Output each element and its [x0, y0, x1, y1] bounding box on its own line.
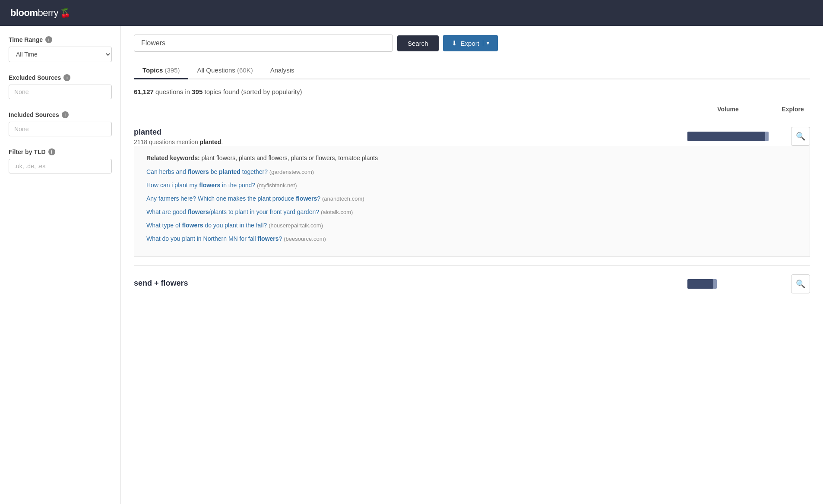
included-sources-label: Included Sources i [9, 111, 112, 118]
tab-topics[interactable]: Topics (395) [134, 62, 188, 79]
tab-bar: Topics (395) All Questions (60K) Analysi… [134, 62, 810, 79]
highlight-flowers-0: flowers [188, 168, 209, 175]
tab-all-questions[interactable]: All Questions (60K) [188, 62, 261, 79]
topic-send-flowers-right: 🔍 [687, 274, 810, 293]
question-link-2[interactable]: Any farmers here? Which one makes the pl… [146, 194, 798, 203]
logo-text: bloomberry [10, 7, 58, 19]
topic-send-flowers-header: send + flowers 🔍 [134, 274, 810, 293]
explore-button-planted[interactable]: 🔍 [791, 127, 810, 146]
search-bar: Search ⬇ Export ▾ [134, 35, 810, 52]
topic-planted-expanded: Related keywords: plant flowers, plants … [134, 146, 810, 257]
app-header: bloomberry 🍒 [0, 0, 823, 26]
page-layout: Time Range i All Time Last 7 Days Last 3… [0, 26, 823, 504]
included-sources-input[interactable] [9, 122, 112, 136]
question-link-1[interactable]: How can i plant my flowers in the pond? … [146, 181, 798, 190]
topic-row-planted: planted 2118 questions mention planted. … [134, 118, 810, 266]
highlight-flowers-3: flowers [188, 208, 209, 215]
column-explore: Explore [776, 106, 810, 113]
topic-planted-count: 2118 questions mention planted. [134, 139, 687, 145]
topic-send-flowers-name: send + flowers [134, 279, 687, 288]
highlight-flowers-4: flowers [182, 222, 203, 229]
excluded-sources-input[interactable] [9, 85, 112, 99]
topic-planted-name: planted [134, 128, 687, 137]
volume-bar-send-flowers [687, 279, 782, 289]
highlight-flowers-1: flowers [199, 182, 220, 189]
topic-send-flowers-info: send + flowers [134, 279, 687, 290]
logo: bloomberry 🍒 [10, 7, 71, 19]
excluded-sources-info-icon[interactable]: i [63, 74, 70, 81]
filter-tld-info-icon[interactable]: i [48, 148, 55, 155]
time-range-select[interactable]: All Time Last 7 Days Last 30 Days Last 9… [9, 47, 112, 62]
results-summary: 61,127 questions in 395 topics found (so… [134, 88, 810, 95]
highlight-flowers-5: flowers [258, 235, 279, 242]
logo-cherry-icon: 🍒 [60, 8, 71, 18]
question-link-0[interactable]: Can herbs and flowers be planted togethe… [146, 167, 798, 176]
tab-analysis[interactable]: Analysis [262, 62, 303, 79]
search-button[interactable]: Search [397, 35, 439, 51]
sidebar: Time Range i All Time Last 7 Days Last 3… [0, 26, 121, 504]
question-link-4[interactable]: What type of flowers do you plant in the… [146, 221, 798, 230]
excluded-sources-label: Excluded Sources i [9, 74, 112, 81]
volume-bar-fill [687, 132, 765, 141]
explore-button-send-flowers[interactable]: 🔍 [791, 274, 810, 293]
volume-bar-planted [687, 132, 782, 141]
column-headers: Volume Explore [134, 106, 810, 118]
excluded-sources-section: Excluded Sources i [9, 74, 112, 99]
column-volume: Volume [681, 106, 776, 113]
time-range-info-icon[interactable]: i [45, 36, 52, 43]
topic-planted-header: planted 2118 questions mention planted. … [134, 127, 810, 146]
search-icon: 🔍 [796, 132, 805, 141]
question-link-5[interactable]: What do you plant in Northern MN for fal… [146, 234, 798, 243]
volume-bar-tail-2 [713, 279, 717, 289]
search-icon-2: 🔍 [796, 279, 805, 289]
question-link-3[interactable]: What are good flowers/plants to plant in… [146, 208, 798, 217]
included-sources-info-icon[interactable]: i [62, 111, 69, 118]
logo-berry: berry [38, 7, 59, 18]
topic-planted-right: 🔍 [687, 127, 810, 146]
logo-bloom: bloom [10, 7, 38, 18]
highlight-flowers-2: flowers [296, 195, 317, 202]
filter-tld-label: Filter by TLD i [9, 148, 112, 155]
topic-row-send-flowers: send + flowers 🔍 [134, 266, 810, 298]
related-keywords-planted: Related keywords: plant flowers, plants … [146, 154, 798, 161]
main-content: Search ⬇ Export ▾ Topics (395) All Quest… [121, 26, 823, 504]
topic-planted-info: planted 2118 questions mention planted. [134, 128, 687, 145]
filter-tld-input[interactable] [9, 159, 112, 173]
export-button[interactable]: ⬇ Export ▾ [443, 35, 498, 51]
included-sources-section: Included Sources i [9, 111, 112, 136]
export-label: Export [461, 40, 479, 47]
export-icon: ⬇ [452, 39, 457, 47]
volume-bar-fill-2 [687, 279, 713, 289]
export-caret[interactable]: ▾ [483, 40, 489, 46]
time-range-section: Time Range i All Time Last 7 Days Last 3… [9, 36, 112, 62]
volume-bar-tail [765, 132, 769, 141]
highlight-planted-0: planted [219, 168, 241, 175]
search-input[interactable] [134, 35, 393, 52]
filter-tld-section: Filter by TLD i [9, 148, 112, 173]
time-range-label: Time Range i [9, 36, 112, 43]
